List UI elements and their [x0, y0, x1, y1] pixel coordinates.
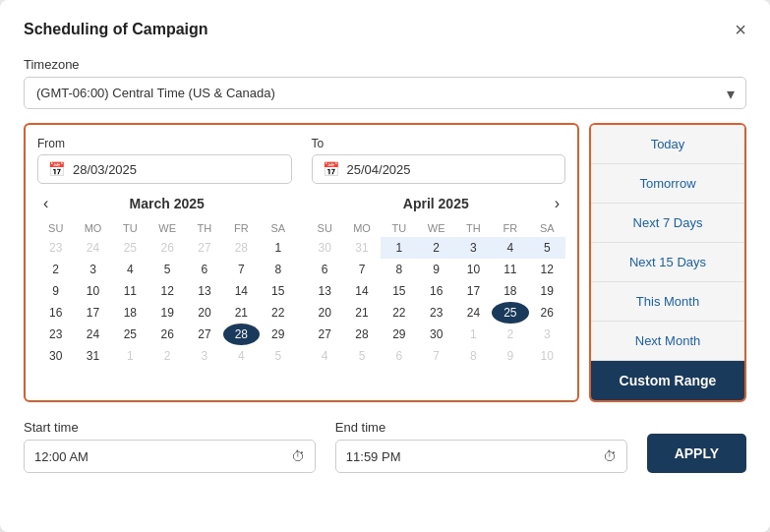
to-date-input[interactable] [347, 162, 556, 177]
list-item[interactable]: 10 [74, 280, 111, 302]
list-item[interactable]: 26 [529, 302, 565, 324]
list-item[interactable]: 17 [455, 280, 492, 302]
list-item[interactable]: 27 [307, 324, 343, 345]
list-item[interactable]: 2 [148, 345, 186, 367]
list-item[interactable]: 30 [37, 345, 74, 367]
list-item[interactable]: 4 [307, 345, 343, 367]
list-item[interactable]: 1 [455, 324, 492, 345]
list-item[interactable]: 1 [260, 237, 296, 259]
list-item[interactable]: 5 [260, 345, 296, 367]
list-item[interactable]: 25 [112, 237, 148, 259]
list-item[interactable]: 18 [112, 302, 148, 324]
list-item[interactable]: 23 [418, 302, 455, 324]
list-item[interactable]: 5 [148, 259, 186, 280]
next7days-button[interactable]: Next 7 Days [591, 204, 744, 243]
list-item[interactable]: 29 [381, 324, 417, 345]
list-item[interactable]: 6 [307, 259, 343, 280]
list-item[interactable]: 21 [223, 302, 260, 324]
list-item[interactable]: 19 [529, 280, 565, 302]
list-item[interactable]: 26 [148, 324, 186, 345]
start-time-input[interactable] [34, 449, 283, 464]
list-item[interactable]: 16 [37, 302, 74, 324]
list-item[interactable]: 14 [223, 280, 260, 302]
list-item[interactable]: 31 [343, 237, 381, 259]
list-item[interactable]: 13 [186, 280, 222, 302]
list-item[interactable]: 5 [343, 345, 381, 367]
list-item[interactable]: 7 [343, 259, 381, 280]
list-item[interactable]: 18 [492, 280, 528, 302]
list-item[interactable]: 16 [418, 280, 455, 302]
close-button[interactable]: × [735, 20, 746, 39]
list-item[interactable]: 12 [148, 280, 186, 302]
list-item[interactable]: 3 [529, 324, 565, 345]
list-item[interactable]: 8 [260, 259, 296, 280]
next15days-button[interactable]: Next 15 Days [591, 243, 744, 282]
list-item[interactable]: 7 [223, 259, 260, 280]
list-item[interactable]: 31 [74, 345, 111, 367]
list-item[interactable]: 1 [112, 345, 148, 367]
list-item[interactable]: 20 [307, 302, 343, 324]
list-item[interactable]: 3 [186, 345, 222, 367]
tomorrow-button[interactable]: Tomorrow [591, 164, 744, 204]
list-item[interactable]: 25 [112, 324, 148, 345]
list-item[interactable]: 23 [37, 237, 74, 259]
timezone-select[interactable]: (GMT-06:00) Central Time (US & Canada) [24, 77, 746, 109]
list-item[interactable]: 28 [343, 324, 381, 345]
list-item[interactable]: 11 [112, 280, 148, 302]
list-item[interactable]: 24 [74, 324, 111, 345]
list-item[interactable]: 11 [492, 259, 528, 280]
list-item[interactable]: 17 [74, 302, 111, 324]
list-item[interactable]: 27 [186, 237, 222, 259]
end-time-input[interactable] [346, 449, 595, 464]
list-item[interactable]: 5 [529, 237, 565, 259]
list-item[interactable]: 27 [186, 324, 222, 345]
list-item[interactable]: 23 [37, 324, 74, 345]
list-item[interactable]: 30 [307, 237, 343, 259]
list-item[interactable]: 26 [148, 237, 186, 259]
prev-month-button[interactable]: ‹ [37, 193, 54, 214]
list-item[interactable]: 7 [418, 345, 455, 367]
list-item[interactable]: 22 [381, 302, 417, 324]
list-item[interactable]: 4 [492, 237, 528, 259]
list-item[interactable]: 24 [455, 302, 492, 324]
list-item[interactable]: 8 [455, 345, 492, 367]
list-item[interactable]: 6 [381, 345, 417, 367]
list-item[interactable]: 3 [455, 237, 492, 259]
apply-button[interactable]: APPLY [647, 434, 746, 473]
list-item[interactable]: 8 [381, 259, 417, 280]
list-item[interactable]: 21 [343, 302, 381, 324]
list-item[interactable]: 25 [492, 302, 528, 324]
list-item[interactable]: 28 [223, 237, 260, 259]
list-item[interactable]: 9 [492, 345, 528, 367]
list-item[interactable]: 2 [418, 237, 455, 259]
list-item[interactable]: 15 [260, 280, 296, 302]
list-item[interactable]: 4 [112, 259, 148, 280]
today-button[interactable]: Today [591, 125, 744, 164]
customrange-button[interactable]: Custom Range [591, 361, 744, 400]
list-item[interactable]: 29 [260, 324, 296, 345]
list-item[interactable]: 2 [37, 259, 74, 280]
list-item[interactable]: 15 [381, 280, 417, 302]
list-item[interactable]: 14 [343, 280, 381, 302]
list-item[interactable]: 30 [418, 324, 455, 345]
list-item[interactable]: 22 [260, 302, 296, 324]
list-item[interactable]: 10 [455, 259, 492, 280]
list-item[interactable]: 13 [307, 280, 343, 302]
list-item[interactable]: 2 [492, 324, 528, 345]
list-item[interactable]: 3 [74, 259, 111, 280]
list-item[interactable]: 24 [74, 237, 111, 259]
list-item[interactable]: 10 [529, 345, 565, 367]
list-item[interactable]: 19 [148, 302, 186, 324]
from-date-input[interactable] [73, 162, 281, 177]
list-item[interactable]: 1 [381, 237, 417, 259]
list-item[interactable]: 4 [223, 345, 260, 367]
list-item[interactable]: 28 [223, 324, 260, 345]
thismonth-button[interactable]: This Month [591, 282, 744, 322]
nextmonth-button[interactable]: Next Month [591, 322, 744, 361]
list-item[interactable]: 6 [186, 259, 222, 280]
list-item[interactable]: 9 [37, 280, 74, 302]
list-item[interactable]: 12 [529, 259, 565, 280]
list-item[interactable]: 9 [418, 259, 455, 280]
list-item[interactable]: 20 [186, 302, 222, 324]
next-month-button[interactable]: › [549, 193, 565, 214]
